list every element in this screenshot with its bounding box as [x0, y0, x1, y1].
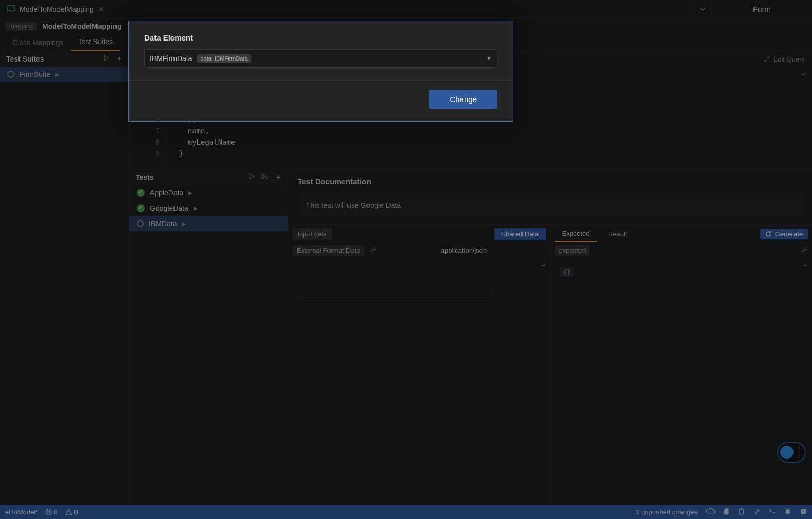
chevron-down-icon: ▼	[486, 55, 492, 62]
data-element-select[interactable]: IBMFirmData data::IBMFirmData ▼	[144, 49, 497, 68]
change-button[interactable]: Change	[429, 90, 497, 109]
select-value: IBMFirmData	[150, 54, 192, 63]
data-element-modal: Data Element IBMFirmData data::IBMFirmDa…	[128, 21, 513, 122]
modal-title: Data Element	[144, 33, 497, 42]
select-path-chip: data::IBMFirmData	[197, 54, 250, 63]
